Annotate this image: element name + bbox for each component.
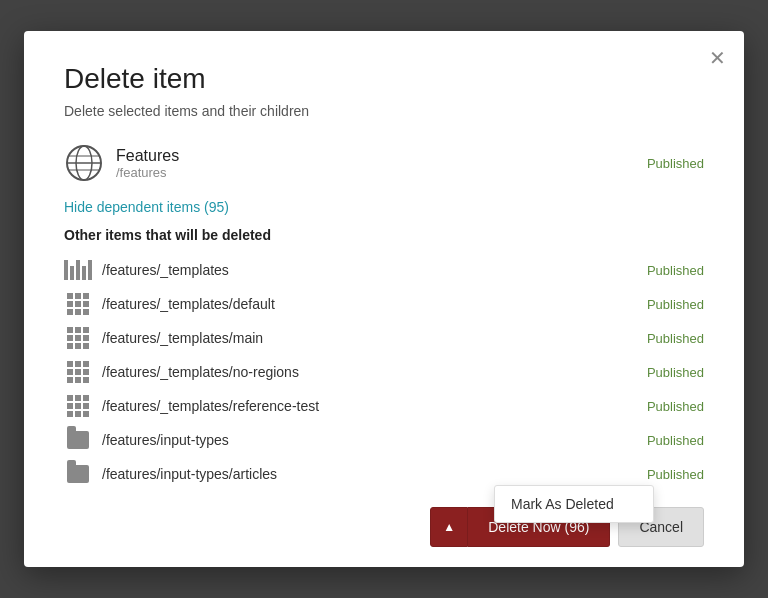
- dep-item-status: Published: [624, 263, 704, 278]
- folder-icon: [64, 462, 92, 486]
- other-items-label: Other items that will be deleted: [64, 227, 704, 243]
- main-item-info: Features /features: [116, 147, 647, 180]
- hide-dependent-link[interactable]: Hide dependent items (95): [64, 199, 704, 215]
- modal-title: Delete item: [64, 63, 704, 95]
- close-button[interactable]: ✕: [702, 43, 732, 73]
- main-item-path: /features: [116, 165, 647, 180]
- delete-dropdown-toggle[interactable]: ▲: [430, 507, 468, 547]
- main-item-status: Published: [647, 156, 704, 171]
- dep-item-status: Published: [624, 331, 704, 346]
- dependent-items-list: /features/_templates Published /features…: [64, 253, 712, 491]
- dep-item-path: /features/input-types/articles: [102, 466, 624, 482]
- dep-item-status: Published: [624, 433, 704, 448]
- dep-item-row: /features/_templates/no-regions Publishe…: [64, 355, 704, 389]
- modal-dialog: ✕ Delete item Delete selected items and …: [24, 31, 744, 567]
- template-icon: [64, 394, 92, 418]
- dep-item-path: /features/_templates/default: [102, 296, 624, 312]
- pillar-icon: [64, 258, 92, 282]
- dep-item-path: /features/_templates: [102, 262, 624, 278]
- mark-as-deleted-option[interactable]: Mark As Deleted: [495, 486, 653, 522]
- template-icon: [64, 292, 92, 316]
- template-icon: [64, 326, 92, 350]
- main-item-name: Features: [116, 147, 647, 165]
- dep-item-status: Published: [624, 467, 704, 482]
- folder-icon: [64, 428, 92, 452]
- dep-item-row: /features/_templates/default Published: [64, 287, 704, 321]
- globe-icon: [64, 143, 104, 183]
- arrow-up-icon: ▲: [443, 520, 455, 534]
- dep-item-row: /features/_templates/reference-test Publ…: [64, 389, 704, 423]
- dep-item-path: /features/_templates/reference-test: [102, 398, 624, 414]
- delete-dropdown-menu: Mark As Deleted: [494, 485, 654, 523]
- dep-item-path: /features/input-types: [102, 432, 624, 448]
- dep-item-row: /features/_templates Published: [64, 253, 704, 287]
- dep-item-path: /features/_templates/no-regions: [102, 364, 624, 380]
- main-item-row: Features /features Published: [64, 143, 704, 183]
- modal-body: Delete item Delete selected items and th…: [24, 31, 744, 491]
- dep-item-path: /features/_templates/main: [102, 330, 624, 346]
- dep-item-status: Published: [624, 399, 704, 414]
- template-icon: [64, 360, 92, 384]
- modal-footer: Mark As Deleted ▲ Delete Now (96) Cancel: [24, 491, 744, 567]
- dep-item-status: Published: [624, 297, 704, 312]
- dep-item-row: /features/_templates/main Published: [64, 321, 704, 355]
- dep-item-status: Published: [624, 365, 704, 380]
- modal-subtitle: Delete selected items and their children: [64, 103, 704, 119]
- dep-item-row: /features/input-types Published: [64, 423, 704, 457]
